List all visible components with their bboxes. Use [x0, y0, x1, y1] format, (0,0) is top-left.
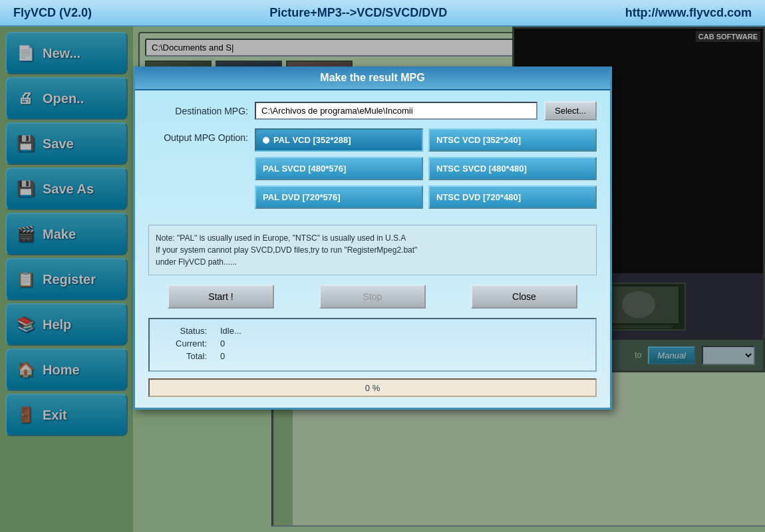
note-line2: If your system cannot play SVCD,DVD file…	[156, 244, 589, 256]
stop-button[interactable]: Stop	[319, 285, 426, 309]
pal-dvd-label: PAL DVD [720*576]	[263, 192, 341, 202]
progress-text: 0 %	[365, 383, 380, 393]
option-ntsc-vcd[interactable]: NTSC VCD [352*240]	[428, 128, 597, 152]
total-value: 0	[220, 351, 225, 361]
total-row: Total: 0	[160, 351, 585, 361]
app-website: http://www.flyvcd.com	[625, 6, 752, 20]
destination-input[interactable]	[255, 102, 537, 120]
app-name: FlyVCD (V2.0)	[13, 6, 92, 20]
pal-svcd-label: PAL SVCD [480*576]	[263, 164, 346, 174]
option-pal-vcd[interactable]: PAL VCD [352*288]	[255, 128, 423, 152]
output-options-row: Output MPG Option: PAL VCD [352*288] NTS…	[148, 128, 597, 217]
note-line3: under FlyVCD path......	[156, 256, 589, 268]
option-ntsc-svcd[interactable]: NTSC SVCD [480*480]	[428, 157, 597, 180]
action-buttons: Start ! Stop Close	[148, 285, 597, 309]
start-button[interactable]: Start !	[168, 285, 274, 309]
total-key-label: Total:	[160, 351, 207, 361]
status-key-label: Status:	[160, 326, 207, 336]
current-value: 0	[220, 338, 225, 348]
status-row: Status: Idle...	[160, 326, 585, 336]
title-bar: FlyVCD (V2.0) Picture+MP3-->VCD/SVCD/DVD…	[0, 0, 765, 27]
pal-vcd-radio	[263, 137, 269, 144]
status-area: Status: Idle... Current: 0 Total: 0	[148, 318, 597, 372]
pal-vcd-label: PAL VCD [352*288]	[273, 135, 351, 145]
ntsc-dvd-label: NTSC DVD [720*480]	[436, 192, 521, 202]
modal-title: Make the result MPG	[320, 72, 424, 84]
note-text: Note: "PAL" is usually used in Europe, "…	[148, 225, 597, 275]
options-grid: PAL VCD [352*288] NTSC VCD [352*240] PAL…	[255, 128, 597, 209]
output-label: Output MPG Option:	[148, 132, 248, 143]
note-line1: Note: "PAL" is usually used in Europe, "…	[156, 232, 589, 244]
modal-overlay: Make the result MPG Destination MPG: Sel…	[0, 27, 765, 532]
status-value: Idle...	[220, 326, 241, 336]
modal-body: Destination MPG: Select... Output MPG Op…	[135, 90, 610, 408]
option-pal-svcd[interactable]: PAL SVCD [480*576]	[255, 157, 423, 180]
select-button[interactable]: Select...	[544, 101, 597, 120]
ntsc-vcd-label: NTSC VCD [352*240]	[436, 135, 521, 145]
app-subtitle: Picture+MP3-->VCD/SVCD/DVD	[269, 6, 447, 20]
modal-titlebar: Make the result MPG	[135, 66, 610, 90]
modal-dialog: Make the result MPG Destination MPG: Sel…	[133, 66, 612, 410]
current-key-label: Current:	[160, 338, 207, 348]
ntsc-svcd-label: NTSC SVCD [480*480]	[436, 164, 527, 174]
progress-container: 0 %	[148, 378, 597, 397]
current-row: Current: 0	[160, 338, 585, 348]
destination-label: Destination MPG:	[148, 106, 248, 116]
option-ntsc-dvd[interactable]: NTSC DVD [720*480]	[428, 186, 597, 209]
destination-row: Destination MPG: Select...	[148, 101, 597, 120]
close-button[interactable]: Close	[471, 285, 577, 309]
option-pal-dvd[interactable]: PAL DVD [720*576]	[255, 186, 423, 209]
